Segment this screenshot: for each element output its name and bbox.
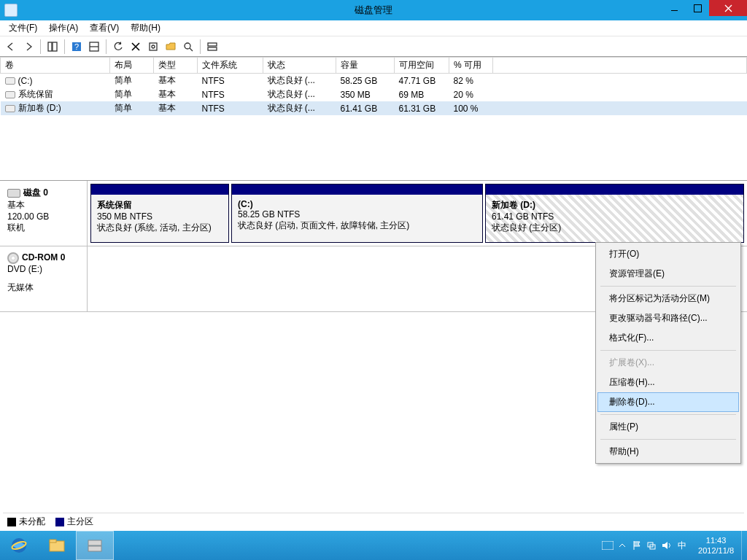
open-button[interactable]: [163, 39, 179, 55]
network-icon[interactable]: [644, 531, 659, 560]
menu-view[interactable]: 查看(V): [84, 20, 125, 36]
svg-point-8: [185, 43, 190, 49]
properties-button[interactable]: [145, 39, 161, 55]
forward-button[interactable]: [20, 39, 36, 55]
disk-state: 联机: [7, 222, 80, 234]
ime-indicator[interactable]: 中: [673, 531, 691, 560]
ctx-mark-active[interactable]: 将分区标记为活动分区(M): [597, 289, 739, 308]
svg-rect-6: [150, 43, 157, 50]
taskbar-ie-icon[interactable]: [0, 531, 38, 560]
maximize-button[interactable]: [686, 0, 709, 16]
disk-capacity: 120.00 GB: [7, 211, 80, 222]
partition-system-reserved[interactable]: 系统保留 350 MB NTFS 状态良好 (系统, 活动, 主分区): [90, 184, 229, 243]
tray-expand-icon[interactable]: [615, 531, 630, 560]
ctx-delete-volume[interactable]: 删除卷(D)...: [597, 392, 739, 412]
volume-list[interactable]: 卷 布局 类型 文件系统 状态 容量 可用空间 % 可用 (C:)简单基本NTF…: [0, 57, 747, 181]
window-titlebar: 磁盘管理: [0, 0, 747, 20]
show-tree-button[interactable]: [44, 39, 61, 55]
legend-label-unalloc: 未分配: [19, 516, 45, 526]
legend-swatch-unalloc: [7, 518, 16, 526]
find-button[interactable]: [180, 39, 196, 55]
disk-list-button[interactable]: [204, 39, 220, 55]
delete-icon[interactable]: [128, 39, 144, 55]
legend-swatch-primary: [55, 518, 64, 526]
toolbar: ?: [0, 36, 747, 57]
disk-type: 基本: [7, 199, 80, 211]
legend: 未分配 主分区: [3, 513, 744, 530]
legend-label-primary: 主分区: [67, 516, 93, 526]
partition-size: 350 MB NTFS: [97, 211, 222, 222]
flag-icon[interactable]: [630, 531, 644, 560]
volume-icon[interactable]: [659, 531, 673, 560]
keyboard-icon[interactable]: [600, 531, 615, 560]
disk-name: 磁盘 0: [23, 187, 48, 198]
menu-file[interactable]: 文件(F): [3, 20, 43, 36]
volume-icon: [5, 77, 15, 85]
tray-date: 2012/11/8: [698, 545, 734, 556]
ctx-change-letter[interactable]: 更改驱动器号和路径(C)...: [597, 308, 739, 328]
col-volume[interactable]: 卷: [1, 58, 110, 74]
ctx-extend: 扩展卷(X)...: [597, 353, 739, 373]
ctx-format[interactable]: 格式化(F)...: [597, 328, 739, 348]
col-pctfree[interactable]: % 可用: [449, 58, 493, 74]
svg-line-9: [190, 48, 193, 51]
taskbar-diskmgmt-icon[interactable]: [76, 531, 114, 560]
volume-row[interactable]: (C:)简单基本NTFS状态良好 (...58.25 GB47.71 GB82 …: [1, 74, 747, 88]
svg-rect-17: [88, 546, 101, 551]
partition-c[interactable]: (C:) 58.25 GB NTFS 状态良好 (启动, 页面文件, 故障转储,…: [231, 184, 483, 243]
partition-status: 状态良好 (启动, 页面文件, 故障转储, 主分区): [238, 219, 476, 232]
svg-rect-16: [88, 540, 101, 545]
disk-header-0[interactable]: 磁盘 0 基本 120.00 GB 联机: [0, 181, 88, 246]
volume-icon: [5, 105, 15, 112]
partition-title: (C:): [238, 199, 476, 209]
ctx-explorer[interactable]: 资源管理器(E): [597, 264, 739, 284]
refresh-button[interactable]: [110, 39, 126, 55]
svg-rect-11: [208, 47, 217, 50]
context-menu: 打开(O) 资源管理器(E) 将分区标记为活动分区(M) 更改驱动器号和路径(C…: [595, 242, 741, 464]
back-button[interactable]: [3, 39, 19, 55]
partition-d[interactable]: 新加卷 (D:) 61.41 GB NTFS 状态良好 (主分区): [485, 184, 744, 243]
col-status[interactable]: 状态: [263, 58, 336, 74]
col-layout[interactable]: 布局: [110, 58, 154, 74]
help-button[interactable]: ?: [69, 39, 85, 55]
system-tray: 中 11:43 2012/11/8: [600, 531, 747, 560]
cdrom-icon: [7, 252, 19, 264]
svg-rect-0: [48, 42, 52, 51]
ctx-open[interactable]: 打开(O): [597, 244, 739, 264]
cdrom-state: 无媒体: [7, 281, 80, 294]
ctx-properties[interactable]: 属性(P): [597, 417, 739, 437]
cdrom-name: CD-ROM 0: [22, 252, 65, 262]
hdd-icon: [7, 189, 20, 198]
svg-rect-18: [602, 541, 614, 550]
volume-row[interactable]: 系统保留简单基本NTFS状态良好 (...350 MB69 MB20 %: [1, 88, 747, 101]
show-pane-button[interactable]: [86, 39, 102, 55]
minimize-button[interactable]: [662, 0, 686, 16]
partition-title: 新加卷 (D:): [492, 199, 738, 211]
menubar: 文件(F) 操作(A) 查看(V) 帮助(H): [0, 20, 747, 36]
partition-title: 系统保留: [97, 199, 222, 211]
volume-row[interactable]: 新加卷 (D:)简单基本NTFS状态良好 (...61.41 GB61.31 G…: [1, 101, 747, 115]
partition-status: 状态良好 (主分区): [492, 222, 738, 234]
svg-rect-10: [208, 43, 217, 46]
svg-point-7: [152, 45, 155, 48]
cdrom-header[interactable]: CD-ROM 0 DVD (E:) 无媒体: [0, 246, 88, 311]
partition-size: 61.41 GB NTFS: [492, 211, 738, 222]
menu-action[interactable]: 操作(A): [43, 20, 84, 36]
taskbar-explorer-icon[interactable]: [38, 531, 76, 560]
partition-size: 58.25 GB NTFS: [238, 209, 476, 219]
partition-status: 状态良好 (系统, 活动, 主分区): [97, 222, 222, 234]
close-button[interactable]: [709, 0, 747, 16]
tray-time: 11:43: [698, 535, 734, 545]
tray-clock[interactable]: 11:43 2012/11/8: [691, 535, 741, 556]
col-type[interactable]: 类型: [154, 58, 198, 74]
svg-text:?: ?: [74, 42, 79, 51]
col-fs[interactable]: 文件系统: [198, 58, 263, 74]
show-desktop-button[interactable]: [741, 531, 747, 560]
taskbar: 中 11:43 2012/11/8: [0, 531, 747, 560]
ctx-shrink[interactable]: 压缩卷(H)...: [597, 373, 739, 392]
ctx-help[interactable]: 帮助(H): [597, 442, 739, 462]
svg-rect-15: [50, 540, 56, 542]
col-capacity[interactable]: 容量: [336, 58, 395, 74]
menu-help[interactable]: 帮助(H): [125, 20, 166, 36]
col-free[interactable]: 可用空间: [395, 58, 449, 74]
